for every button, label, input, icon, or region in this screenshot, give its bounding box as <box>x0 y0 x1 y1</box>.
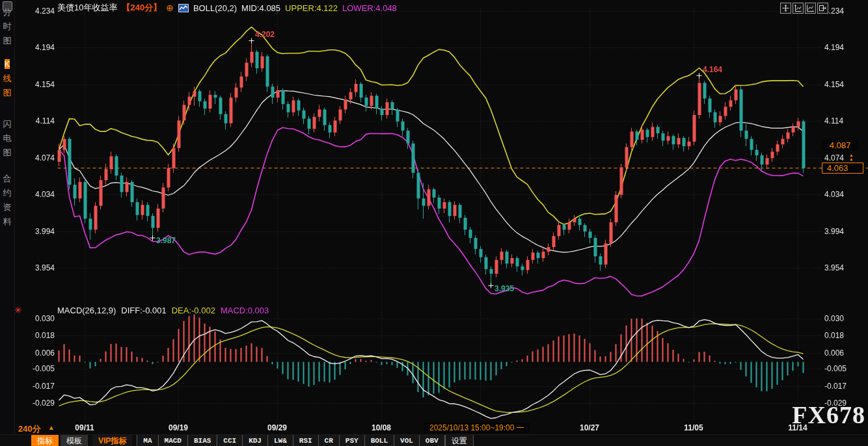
toolbar-item-template[interactable]: 模板 <box>61 435 88 446</box>
macd-axis-label: -0.017 <box>824 382 863 391</box>
y-axis-label: 4.194 <box>824 43 863 52</box>
sidebar-tab-flash[interactable]: 闪电图 <box>0 117 14 160</box>
x-axis-scale-icon[interactable] <box>805 3 816 14</box>
boll-label: BOLL(20,2) <box>193 3 237 13</box>
toolbar-item-indicator[interactable]: 指标 <box>31 435 59 446</box>
sidebar-tab-timeline[interactable]: 分时图 <box>0 5 14 48</box>
alert-price-label[interactable]: 4.063 <box>822 163 863 174</box>
y-axis-label: 4.234 <box>26 7 55 16</box>
chart-header: 美债10年收益率 【240分】 ⊕ BOLL(20,2) MID:4.085 U… <box>57 2 397 14</box>
y-axis-left: 4.2344.1944.1544.1144.0744.0343.9943.954… <box>26 0 55 446</box>
period-label[interactable]: 240分 <box>18 423 41 435</box>
macd-diff-value: DIFF:-0.001 <box>121 306 166 315</box>
toolbar-item-rsi[interactable]: RSI <box>293 435 318 446</box>
toolbar-item-kdj[interactable]: KDJ <box>242 435 267 446</box>
toolbar-item-vol[interactable]: VOL <box>394 435 419 446</box>
macd-axis-label: -0.005 <box>824 364 863 373</box>
left-sidebar: 分时图 K线图 闪电图 合约资料 <box>0 0 15 446</box>
y-axis-label: 3.994 <box>824 227 863 236</box>
y-axis-label: 4.194 <box>26 43 55 52</box>
period-badge[interactable]: 【240分】 <box>122 2 161 14</box>
toolbar-item-settings[interactable]: 设置 <box>445 435 474 446</box>
y-axis-label: 4.234 <box>824 7 863 16</box>
y-axis-label: 3.994 <box>26 227 55 236</box>
sidebar-tab-label: K线图 <box>3 57 12 100</box>
period-arrow-icon[interactable]: ▲ <box>48 424 55 431</box>
toolbar-item-vip[interactable]: VIP指标 <box>92 435 132 446</box>
crosshair-date-tooltip: 2025/10/13 15:00~19:00 一 <box>424 423 530 433</box>
macd-axis-label: -0.017 <box>26 382 55 391</box>
last-price-label: 4.087 <box>822 140 858 151</box>
x-axis-label: 10/08 <box>366 423 396 432</box>
y-axis-label: 4.154 <box>26 80 55 89</box>
toolbar-item-psy[interactable]: PSY <box>339 435 364 446</box>
trading-app: 分时图 K线图 闪电图 合约资料 美债10年收益率 【240分】 ⊕ BOLL(… <box>0 0 868 446</box>
sidebar-tab-label: 分时图 <box>3 5 12 48</box>
y-axis-label: 4.114 <box>26 116 55 125</box>
boll-lower-value: LOWER:4.048 <box>342 3 397 13</box>
instrument-title: 美债10年收益率 <box>57 2 117 14</box>
toolbar-item-macd[interactable]: MACD <box>158 435 187 446</box>
sidebar-tab-kline[interactable]: K线图 <box>0 57 14 100</box>
toolbar-item-cr[interactable]: CR <box>318 435 339 446</box>
toolbar-item-cci[interactable]: CCI <box>217 435 242 446</box>
sidebar-tab-label: 闪电图 <box>3 117 12 160</box>
x-axis-label: 10/27 <box>575 423 604 432</box>
chart-type-icon[interactable] <box>178 4 189 12</box>
y-axis-label: 4.154 <box>824 80 863 89</box>
sidebar-tab-label: 合约资料 <box>3 172 12 229</box>
macd-axis-label: -0.005 <box>26 364 55 373</box>
toolbar-item-lw[interactable]: LW& <box>267 435 293 446</box>
alert-arrow-icon: ▲▲ <box>849 153 854 161</box>
macd-dea-value: DEA:-0.002 <box>172 306 215 315</box>
y-axis-label: 3.954 <box>824 263 863 272</box>
boll-upper-value: UPPER:4.122 <box>285 3 338 13</box>
indicator-toolbar: 指标 模板 VIP指标 MA MACD BIAS CCI KDJ LW& RSI… <box>0 434 868 446</box>
y-axis-label: 4.034 <box>26 190 55 199</box>
y-axis-label: 3.954 <box>26 263 55 272</box>
boll-mid-value: MID:4.085 <box>241 3 280 13</box>
macd-axis-label: 0.006 <box>824 348 863 358</box>
exit-chart-icon[interactable] <box>817 3 828 14</box>
macd-label: MACD(26,12,9) <box>57 306 116 315</box>
y-axis-scale-icon[interactable] <box>793 3 804 14</box>
macd-axis-label: 0.006 <box>26 348 55 358</box>
macd-axis-label: 0.018 <box>824 331 863 340</box>
macd-axis-label: -0.029 <box>26 399 55 408</box>
x-axis-label: 09/29 <box>262 423 292 432</box>
macd-axis-label: 0.030 <box>824 314 863 323</box>
toolbar-spacer <box>0 435 31 446</box>
indicator-star-icon[interactable]: ✳ <box>14 305 22 315</box>
x-axis-row: 240分 ▲ 2025/10/13 15:00~19:00 一 09/1109/… <box>0 423 868 434</box>
y-axis-label: 4.074 <box>824 153 863 163</box>
x-axis-label: 09/11 <box>70 423 100 432</box>
chart-canvas[interactable] <box>0 0 868 446</box>
toolbar-item-ma[interactable]: MA <box>137 435 157 446</box>
toolbar-item-boll[interactable]: BOLL <box>364 435 394 446</box>
y-axis-right: 4.2344.1944.1544.1144.0744.0343.9943.954… <box>824 0 863 446</box>
y-axis-label: 4.034 <box>824 190 863 199</box>
expand-icon[interactable]: ⊕ <box>166 3 174 13</box>
toolbar-item-bias[interactable]: BIAS <box>187 435 217 446</box>
macd-header: MACD(26,12,9) DIFF:-0.001 DEA:-0.002 MAC… <box>57 305 269 315</box>
macd-macd-value: MACD:0.003 <box>221 306 269 315</box>
y-axis-label: 4.074 <box>26 153 55 163</box>
toolbar-item-obv[interactable]: OBV <box>419 435 445 446</box>
y-axis-label: 4.114 <box>824 116 863 125</box>
sidebar-tab-contract-info[interactable]: 合约资料 <box>0 172 14 229</box>
window-controls <box>780 3 828 14</box>
pan-icon[interactable] <box>780 3 791 14</box>
watermark: FX678 <box>792 400 865 429</box>
x-axis-label: 11/05 <box>679 423 709 432</box>
macd-axis-label: 0.030 <box>26 314 55 323</box>
macd-axis-label: 0.018 <box>26 331 55 340</box>
x-axis-label: 09/19 <box>163 423 193 432</box>
